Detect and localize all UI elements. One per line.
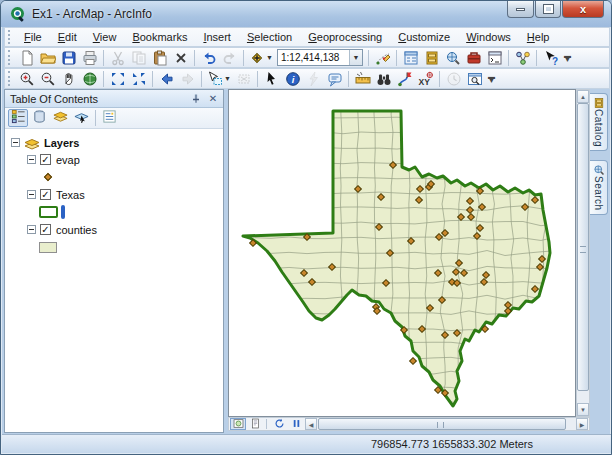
go-back-extent-button[interactable] (156, 69, 177, 88)
minimize-button[interactable] (507, 1, 534, 18)
tools-grip[interactable] (8, 71, 13, 86)
layer-label[interactable]: counties (56, 224, 97, 236)
dropdown-caret-icon[interactable]: ▼ (224, 75, 231, 82)
toc-tree: Layers✓evap✓Texas✓counties (5, 129, 223, 256)
list-by-source-button[interactable] (29, 109, 49, 127)
fixed-zoom-in-button[interactable] (107, 69, 128, 88)
menu-geoprocessing[interactable]: Geoprocessing (300, 28, 390, 47)
list-by-selection-button[interactable] (71, 109, 91, 127)
full-extent-button[interactable] (79, 69, 100, 88)
tools-overflow-button[interactable]: ▬▼ (485, 69, 498, 88)
evap-point-symbol[interactable] (44, 173, 52, 181)
menu-view[interactable]: View (85, 28, 125, 47)
fixed-zoom-out-button[interactable] (128, 69, 149, 88)
find-route-button[interactable] (394, 69, 415, 88)
new-document-button[interactable] (16, 48, 37, 67)
data-view-button[interactable] (230, 418, 246, 430)
combo-dropdown-icon[interactable]: ▼ (349, 50, 362, 65)
find-button[interactable] (373, 69, 394, 88)
menu-file[interactable]: File (16, 28, 50, 47)
vertical-scroll-thumb[interactable] (577, 103, 589, 391)
texas-outline-symbol[interactable] (39, 206, 58, 218)
layer-label[interactable]: Texas (56, 189, 85, 201)
select-features-button[interactable]: ▼ (205, 69, 233, 88)
evap-visibility-checkbox[interactable]: ✓ (40, 154, 51, 165)
Texas-visibility-checkbox[interactable]: ✓ (40, 189, 51, 200)
maximize-button[interactable] (535, 1, 561, 18)
layers-group-label[interactable]: Layers (44, 137, 79, 149)
layer-label[interactable]: evap (56, 154, 80, 166)
scroll-up-button[interactable]: ▲ (577, 90, 589, 103)
menu-bookmarks[interactable]: Bookmarks (124, 28, 195, 47)
select-elements-button[interactable] (261, 69, 282, 88)
fixed-in-icon (110, 71, 126, 87)
collapse-layers-icon[interactable] (11, 138, 20, 147)
editor-toolbar-button[interactable] (372, 48, 393, 67)
scroll-right-button[interactable]: ▶ (576, 418, 588, 430)
arctoolbox-button[interactable] (463, 48, 484, 67)
collapse-Texas-icon[interactable] (27, 190, 36, 199)
map-scale-combo[interactable]: 1:12,414,138▼ (277, 49, 363, 66)
pause-drawing-button[interactable] (288, 418, 304, 430)
dropdown-caret-icon[interactable]: ▼ (266, 54, 273, 61)
standard-overflow-button[interactable]: ▬▼ (561, 48, 574, 67)
pan-button[interactable] (58, 69, 79, 88)
model-builder-button[interactable] (512, 48, 533, 67)
layout-view-button[interactable] (247, 418, 263, 430)
zoom-in-button[interactable] (16, 69, 37, 88)
refresh-view-button[interactable] (271, 418, 287, 430)
scroll-left-button[interactable]: ◀ (305, 418, 317, 430)
side-tab-catalog[interactable]: Catalog (590, 93, 608, 151)
lightning-icon (306, 71, 322, 87)
measure-button[interactable] (352, 69, 373, 88)
toolbar-separator (152, 71, 153, 87)
whats-this-help-button[interactable]: ? (540, 48, 561, 67)
search-globe-icon (593, 164, 605, 176)
list-by-visibility-button[interactable] (50, 109, 70, 127)
refresh-icon (274, 415, 285, 433)
collapse-evap-icon[interactable] (27, 155, 36, 164)
identify-button[interactable]: i (282, 69, 303, 88)
open-button[interactable] (37, 48, 58, 67)
toc-close-icon[interactable]: ✕ (206, 92, 220, 106)
counties-fill-symbol[interactable] (39, 242, 57, 253)
menu-selection[interactable]: Selection (239, 28, 300, 47)
add-data-button[interactable]: ▼ (247, 48, 275, 67)
go-to-xy-button[interactable]: XY (415, 69, 436, 88)
close-button[interactable]: x (562, 1, 604, 18)
menu-edit[interactable]: Edit (50, 28, 85, 47)
delete-button[interactable] (170, 48, 191, 67)
undo-button[interactable] (198, 48, 219, 67)
standard-grip[interactable] (8, 50, 13, 65)
counties-visibility-checkbox[interactable]: ✓ (40, 224, 51, 235)
paste-button[interactable] (149, 48, 170, 67)
zoom-out-button[interactable] (37, 69, 58, 88)
map-canvas[interactable] (228, 89, 576, 417)
fwd-arrow-icon (180, 71, 196, 87)
viewer-window-button[interactable] (464, 69, 485, 88)
toc-options-button[interactable] (99, 109, 119, 127)
menu-windows[interactable]: Windows (458, 28, 519, 47)
print-button[interactable] (79, 48, 100, 67)
toc-window-icon (403, 50, 419, 66)
menu-customize[interactable]: Customize (390, 28, 458, 47)
list-by-drawing-order-button[interactable] (8, 109, 28, 127)
scroll-down-button[interactable]: ▼ (577, 403, 589, 416)
table-of-contents-window-button[interactable] (400, 48, 421, 67)
pin-icon[interactable] (189, 92, 203, 106)
catalog-cab-icon (424, 50, 440, 66)
catalog-window-button[interactable] (421, 48, 442, 67)
menu-help[interactable]: Help (519, 28, 558, 47)
html-popup-button[interactable] (324, 69, 345, 88)
horizontal-scroll-thumb[interactable] (318, 418, 566, 430)
map-vertical-scrollbar[interactable]: ▲ ▼ (576, 89, 590, 417)
add-data-icon (249, 50, 265, 66)
save-button[interactable] (58, 48, 79, 67)
search-window-button[interactable] (442, 48, 463, 67)
python-window-button[interactable] (484, 48, 505, 67)
map-horizontal-scrollbar[interactable]: ◀▶ (305, 418, 588, 430)
side-tab-search[interactable]: Search (590, 160, 608, 215)
catalog-cab-icon (593, 97, 605, 109)
menu-insert[interactable]: Insert (195, 28, 239, 47)
collapse-counties-icon[interactable] (27, 225, 36, 234)
